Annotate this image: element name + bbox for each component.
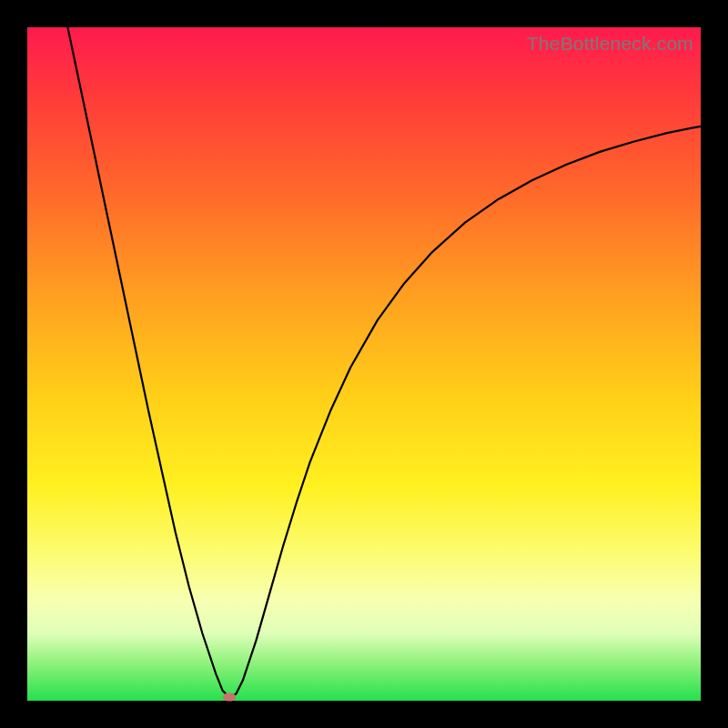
chart-stage: TheBottleneck.com (0, 0, 728, 728)
plot-area: TheBottleneck.com (27, 27, 701, 701)
curve-svg (27, 27, 701, 701)
bottleneck-curve (67, 27, 701, 697)
minimum-marker (223, 693, 236, 702)
